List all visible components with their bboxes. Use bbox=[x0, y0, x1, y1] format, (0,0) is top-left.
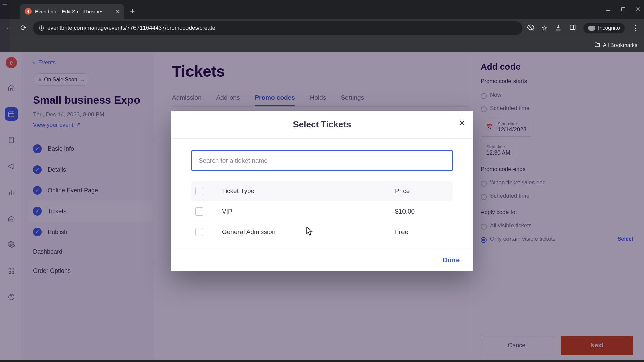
select-tickets-modal: Select Tickets ✕ Ticket Type Price VIP $… bbox=[171, 111, 473, 272]
close-window-icon[interactable] bbox=[635, 7, 641, 12]
table-header-row: Ticket Type Price bbox=[191, 181, 453, 201]
ticket-name: General Admission bbox=[222, 228, 395, 236]
new-tab-button[interactable]: + bbox=[127, 6, 138, 17]
url-text: eventbrite.com/manage/events/77671164443… bbox=[47, 25, 215, 32]
modal-title: Select Tickets bbox=[181, 119, 463, 130]
address-bar[interactable]: ⓘ eventbrite.com/manage/events/776711644… bbox=[33, 21, 522, 35]
minimize-icon[interactable] bbox=[606, 7, 611, 12]
ticket-name: VIP bbox=[222, 208, 395, 215]
download-icon[interactable] bbox=[555, 24, 562, 33]
col-price: Price bbox=[395, 187, 449, 195]
all-bookmarks-label[interactable]: All Bookmarks bbox=[603, 42, 637, 48]
eye-off-icon[interactable] bbox=[527, 24, 534, 33]
ticket-search-input[interactable] bbox=[191, 150, 453, 171]
svg-rect-1 bbox=[622, 8, 625, 11]
done-button[interactable]: Done bbox=[443, 256, 460, 264]
taskbar bbox=[0, 360, 644, 362]
select-all-checkbox[interactable] bbox=[195, 187, 203, 195]
browser-tabstrip: e Eventbrite - Edit Small busines ✕ + bbox=[0, 0, 644, 19]
svg-rect-5 bbox=[570, 25, 575, 29]
ticket-checkbox[interactable] bbox=[195, 207, 203, 216]
col-ticket-type: Ticket Type bbox=[222, 187, 395, 195]
sidepanel-icon[interactable] bbox=[569, 24, 576, 33]
incognito-label: Incognito bbox=[598, 25, 620, 31]
tab-title: Eventbrite - Edit Small busines bbox=[35, 9, 112, 14]
tab-close-icon[interactable]: ✕ bbox=[115, 8, 119, 15]
browser-toolbar: ← → ⟳ ⓘ eventbrite.com/manage/events/776… bbox=[0, 19, 644, 38]
window-controls bbox=[606, 0, 641, 19]
ticket-table: Ticket Type Price VIP $10.00 General Adm… bbox=[191, 181, 453, 242]
folder-icon bbox=[594, 42, 600, 49]
table-row[interactable]: General Admission Free bbox=[191, 222, 453, 242]
browser-menu-icon[interactable]: ⋮ bbox=[632, 24, 639, 33]
ticket-price: $10.00 bbox=[395, 208, 449, 215]
ticket-checkbox[interactable] bbox=[195, 228, 203, 236]
maximize-icon[interactable] bbox=[621, 7, 626, 12]
ticket-price: Free bbox=[395, 228, 449, 236]
bookmark-star-icon[interactable]: ☆ bbox=[542, 24, 548, 32]
incognito-chip[interactable]: Incognito bbox=[583, 23, 625, 33]
bookmarks-bar: All Bookmarks bbox=[0, 38, 644, 52]
modal-close-icon[interactable]: ✕ bbox=[458, 118, 466, 128]
table-row[interactable]: VIP $10.00 bbox=[191, 201, 453, 222]
favicon-icon: e bbox=[25, 8, 32, 15]
reload-icon[interactable]: ⟳ bbox=[19, 24, 28, 33]
site-info-icon[interactable]: ⓘ bbox=[39, 25, 44, 32]
browser-tab[interactable]: e Eventbrite - Edit Small busines ✕ bbox=[20, 4, 124, 19]
